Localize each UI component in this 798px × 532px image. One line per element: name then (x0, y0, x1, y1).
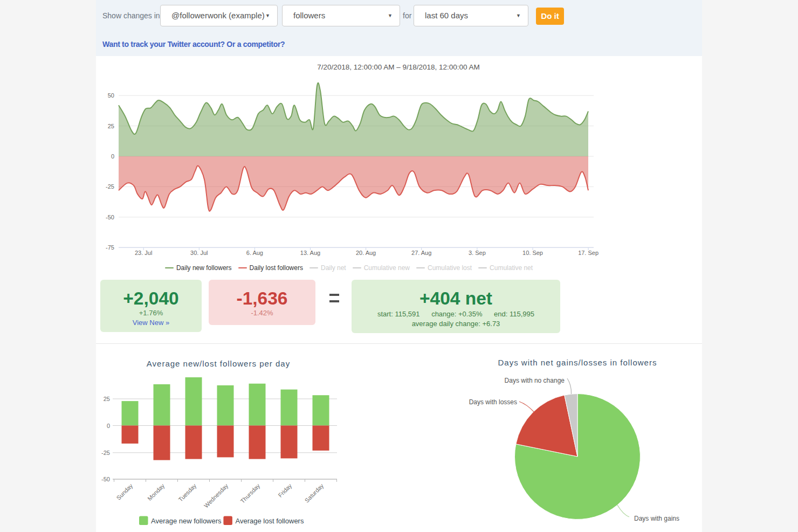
svg-text:-75: -75 (106, 244, 114, 251)
svg-text:-50: -50 (101, 476, 110, 482)
svg-text:50: 50 (108, 92, 114, 99)
svg-text:Days with gains: Days with gains (634, 515, 679, 522)
svg-text:-25: -25 (106, 183, 114, 190)
svg-text:7/20/2018, 12:00:00 AM – 9/18/: 7/20/2018, 12:00:00 AM – 9/18/2018, 12:0… (317, 63, 480, 71)
svg-text:Wednesday: Wednesday (203, 482, 230, 509)
svg-text:20. Aug: 20. Aug (356, 250, 376, 256)
svg-text:Tuesday: Tuesday (177, 482, 197, 503)
svg-text:Sunday: Sunday (115, 482, 134, 501)
svg-text:Days with losses: Days with losses (469, 398, 517, 406)
svg-text:Monday: Monday (146, 482, 166, 502)
svg-text:10. Sep: 10. Sep (522, 250, 543, 256)
svg-text:23. Jul: 23. Jul (135, 250, 152, 256)
svg-text:3. Sep: 3. Sep (469, 250, 486, 256)
svg-text:Friday: Friday (277, 482, 293, 499)
svg-text:0: 0 (111, 153, 114, 160)
svg-text:Saturday: Saturday (304, 482, 325, 504)
svg-text:27. Aug: 27. Aug (411, 250, 431, 256)
svg-text:Thursday: Thursday (239, 482, 262, 505)
svg-text:Average new/lost followers per: Average new/lost followers per day (147, 359, 290, 368)
svg-text:25: 25 (108, 123, 114, 129)
svg-text:Average new followers: Average new followers (151, 517, 222, 525)
svg-text:Days with no change: Days with no change (505, 377, 565, 384)
svg-text:-50: -50 (106, 214, 114, 220)
svg-text:Days with net gains/losses in: Days with net gains/losses in followers (498, 358, 657, 367)
svg-text:0: 0 (107, 423, 110, 429)
svg-text:-25: -25 (101, 450, 110, 456)
svg-text:13. Aug: 13. Aug (300, 250, 320, 256)
svg-text:6. Aug: 6. Aug (246, 250, 263, 256)
svg-text:Average lost followers: Average lost followers (236, 517, 304, 525)
svg-text:17. Sep: 17. Sep (578, 250, 598, 256)
svg-text:25: 25 (104, 396, 110, 402)
svg-text:30. Jul: 30. Jul (190, 250, 208, 256)
